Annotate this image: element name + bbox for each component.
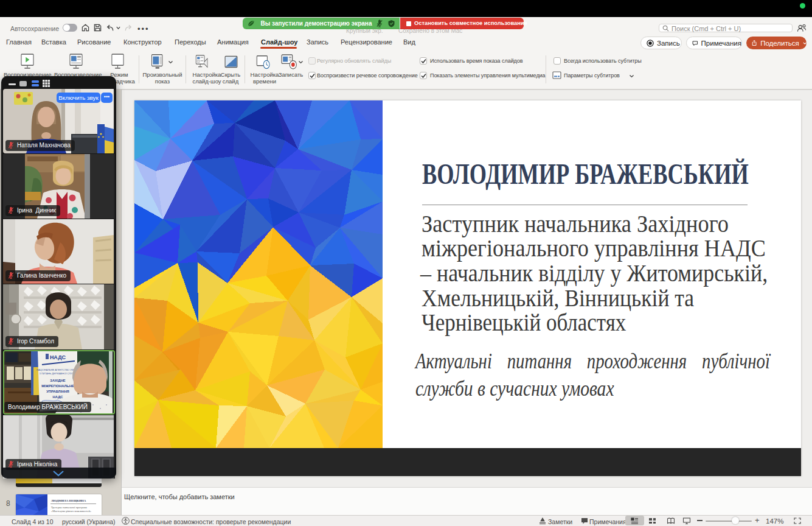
- svg-text:МІЖРЕГІОНАЛЬНЕ: МІЖРЕГІОНАЛЬНЕ: [41, 384, 74, 388]
- svg-text:ЗАХІДНЕ: ЗАХІДНЕ: [50, 379, 66, 382]
- svg-text:З ПИТАНЬ ДЕРЖАВНОЇ СЛУЖБИ: З ПИТАНЬ ДЕРЖАВНОЇ СЛУЖБИ: [39, 372, 77, 375]
- svg-text:НАДС: НАДС: [50, 354, 66, 360]
- svg-text:УПРАВЛІННЯ: УПРАВЛІННЯ: [46, 390, 69, 393]
- svg-text:НАДС: НАДС: [53, 395, 64, 399]
